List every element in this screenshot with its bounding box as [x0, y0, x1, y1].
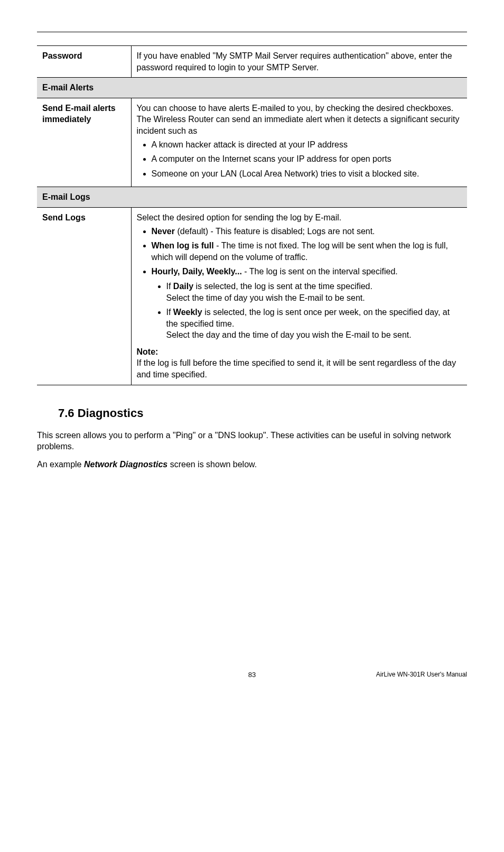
send-logs-sub-bullets: If Daily is selected, the log is sent at…	[152, 281, 462, 341]
sub-bold: Weekly	[173, 308, 202, 317]
bullet-rest: - The log is sent on the interval specif…	[242, 267, 398, 276]
top-horizontal-rule	[37, 32, 467, 32]
bullet-bold: When log is full	[152, 241, 214, 250]
page-footer: 83 AirLive WN-301R User's Manual	[37, 671, 467, 678]
table-row: Send E-mail alerts immediately You can c…	[37, 98, 467, 187]
list-item: Hourly, Daily, Weekly... - The log is se…	[152, 266, 462, 341]
list-item: A known hacker attack is directed at you…	[152, 139, 462, 151]
table-row: Password If you have enabled "My SMTP Ma…	[37, 46, 467, 78]
sub-line2: Select the day and the time of day you w…	[166, 330, 412, 339]
bullet-bold: Never	[152, 227, 175, 236]
paragraph-diagnostics-2: An example Network Diagnostics screen is…	[37, 459, 467, 470]
list-item: Never (default) - This feature is disabl…	[152, 226, 462, 237]
list-item: A computer on the Internet scans your IP…	[152, 153, 462, 165]
list-item: If Daily is selected, the log is sent at…	[166, 281, 462, 303]
row-label-password: Password	[37, 46, 131, 78]
row-desc-send-logs: Select the desired option for sending th…	[131, 207, 467, 385]
page-number: 83	[248, 671, 256, 679]
note-text: If the log is full before the time speci…	[137, 358, 456, 379]
row-desc-password: If you have enabled "My SMTP Mail Server…	[131, 46, 467, 78]
sub-rest: is selected, the log is sent at the time…	[193, 282, 372, 291]
sub-bold: Daily	[173, 282, 193, 291]
section-row-email-logs: E-mail Logs	[37, 187, 467, 208]
row-desc-send-alerts: You can choose to have alerts E-mailed t…	[131, 98, 467, 187]
para2-post: screen is shown below.	[167, 460, 257, 469]
row-label-send-logs: Send Logs	[37, 207, 131, 385]
para2-bold: Network Diagnostics	[84, 460, 167, 469]
table-row: Send Logs Select the desired option for …	[37, 207, 467, 385]
section-header-email-logs: E-mail Logs	[37, 187, 467, 208]
paragraph-diagnostics-1: This screen allows you to perform a "Pin…	[37, 430, 467, 452]
list-item: If Weekly is selected, the log is sent o…	[166, 307, 462, 341]
row-label-send-alerts: Send E-mail alerts immediately	[37, 98, 131, 187]
send-alerts-bullets: A known hacker attack is directed at you…	[137, 139, 462, 180]
list-item: When log is full - The time is not fixed…	[152, 240, 462, 263]
bullet-bold: Hourly, Daily, Weekly...	[152, 267, 242, 276]
section-row-email-alerts: E-mail Alerts	[37, 78, 467, 98]
para2-pre: An example	[37, 460, 84, 469]
send-alerts-desc: You can choose to have alerts E-mailed t…	[137, 104, 460, 135]
sub-pre: If	[166, 308, 173, 317]
send-logs-bullets: Never (default) - This feature is disabl…	[137, 226, 462, 341]
note-label: Note:	[137, 346, 462, 358]
bullet-rest: (default) - This feature is disabled; Lo…	[175, 227, 375, 236]
config-table: Password If you have enabled "My SMTP Ma…	[37, 45, 467, 385]
section-heading-diagnostics: 7.6 Diagnostics	[58, 406, 467, 420]
document-title: AirLive WN-301R User's Manual	[376, 671, 467, 678]
list-item: Someone on your LAN (Local Area Network)…	[152, 168, 462, 180]
send-logs-intro: Select the desired option for sending th…	[137, 213, 342, 222]
sub-line2: Select the time of day you wish the E-ma…	[166, 293, 365, 302]
sub-rest: is selected, the log is sent once per we…	[166, 308, 450, 328]
section-header-email-alerts: E-mail Alerts	[37, 78, 467, 98]
sub-pre: If	[166, 282, 173, 291]
